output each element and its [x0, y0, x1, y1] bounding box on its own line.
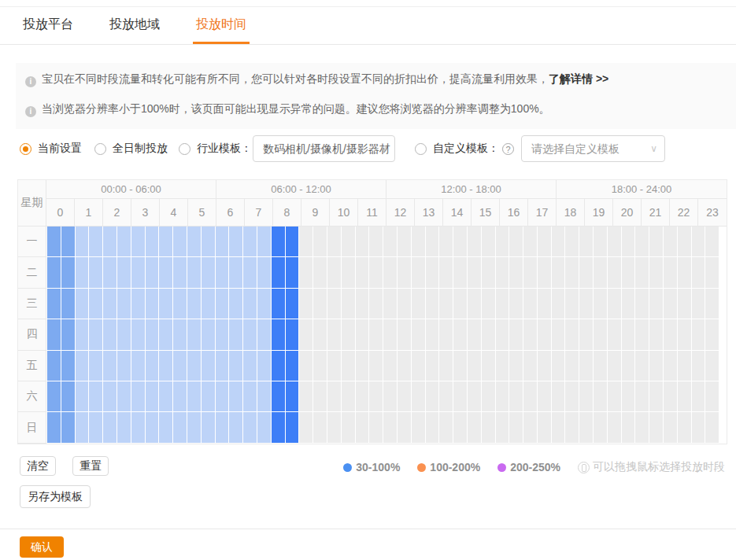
time-cell[interactable] [565, 412, 579, 442]
time-cell[interactable] [608, 227, 621, 256]
time-cell[interactable] [173, 227, 187, 256]
time-cell[interactable] [327, 351, 341, 381]
custom-template-select[interactable]: 请选择自定义模板 ∨ [521, 135, 665, 162]
time-cell[interactable] [202, 381, 215, 411]
time-cell[interactable] [678, 257, 691, 287]
time-cell[interactable] [103, 257, 117, 287]
time-cell[interactable] [552, 289, 565, 319]
time-cell[interactable] [664, 319, 677, 349]
time-cell[interactable] [383, 381, 397, 411]
time-cell[interactable] [313, 319, 327, 349]
time-cell[interactable] [299, 351, 313, 381]
time-cell[interactable] [509, 381, 523, 411]
time-cell[interactable] [356, 227, 369, 256]
time-cell[interactable] [664, 227, 677, 256]
time-cell[interactable] [594, 381, 607, 411]
time-cell[interactable] [523, 227, 537, 256]
time-cell[interactable] [173, 412, 187, 442]
time-cell[interactable] [412, 381, 425, 411]
time-cell[interactable] [439, 351, 453, 381]
time-cell[interactable] [146, 319, 159, 349]
time-cell[interactable] [426, 381, 439, 411]
time-cell[interactable] [468, 412, 481, 442]
time-cell[interactable] [705, 227, 719, 256]
time-cell[interactable] [426, 227, 439, 256]
time-cell[interactable] [664, 257, 677, 287]
time-cell[interactable] [608, 257, 621, 287]
time-cell[interactable] [61, 227, 75, 256]
time-cell[interactable] [383, 412, 397, 442]
time-cell[interactable] [594, 227, 607, 256]
time-cell[interactable] [453, 227, 467, 256]
time-cell[interactable] [453, 319, 467, 349]
time-cell[interactable] [509, 319, 523, 349]
time-cell[interactable] [229, 351, 242, 381]
time-cell[interactable] [678, 289, 691, 319]
time-cell[interactable] [579, 319, 593, 349]
time-cell[interactable] [117, 257, 131, 287]
time-cell[interactable] [76, 381, 89, 411]
time-cell[interactable] [412, 257, 425, 287]
time-cell[interactable] [523, 289, 537, 319]
tab-platform[interactable]: 投放平台 [20, 7, 76, 44]
radio-all-day[interactable]: 全日制投放 [94, 142, 168, 156]
time-cell[interactable] [398, 412, 411, 442]
time-cell[interactable] [47, 289, 61, 319]
time-cell[interactable] [356, 257, 369, 287]
time-cell[interactable] [173, 351, 187, 381]
time-cell[interactable] [538, 412, 551, 442]
time-cell[interactable] [453, 351, 467, 381]
time-cell[interactable] [594, 412, 607, 442]
time-cell[interactable] [635, 351, 649, 381]
time-cell[interactable] [649, 412, 663, 442]
time-cell[interactable] [565, 227, 579, 256]
time-cell[interactable] [173, 257, 187, 287]
time-cell[interactable] [509, 227, 523, 256]
time-cell[interactable] [342, 351, 355, 381]
time-cell[interactable] [146, 381, 159, 411]
time-cell[interactable] [664, 351, 677, 381]
time-cell[interactable] [272, 381, 285, 411]
time-cell[interactable] [426, 412, 439, 442]
time-cell[interactable] [635, 412, 649, 442]
time-cell[interactable] [678, 227, 691, 256]
tab-time[interactable]: 投放时间 [193, 7, 250, 44]
time-cell[interactable] [664, 412, 677, 442]
time-cell[interactable] [468, 319, 481, 349]
time-cell[interactable] [173, 289, 187, 319]
time-cell[interactable] [159, 381, 172, 411]
time-cell[interactable] [313, 351, 327, 381]
time-cell[interactable] [705, 351, 719, 381]
time-cell[interactable] [453, 289, 467, 319]
time-cell[interactable] [103, 227, 117, 256]
time-cell[interactable] [496, 351, 509, 381]
time-cell[interactable] [257, 257, 271, 287]
time-cell[interactable] [552, 412, 565, 442]
time-cell[interactable] [608, 289, 621, 319]
time-cell[interactable] [398, 351, 411, 381]
time-cell[interactable] [439, 289, 453, 319]
time-cell[interactable] [468, 351, 481, 381]
time-cell[interactable] [342, 319, 355, 349]
time-cell[interactable] [509, 412, 523, 442]
time-cell[interactable] [47, 412, 61, 442]
time-cell[interactable] [243, 381, 257, 411]
time-cell[interactable] [76, 227, 89, 256]
time-cell[interactable] [146, 351, 159, 381]
radio-industry-template[interactable]: 行业模板： [179, 142, 252, 156]
time-cell[interactable] [649, 319, 663, 349]
time-cell[interactable] [202, 289, 215, 319]
time-cell[interactable] [552, 351, 565, 381]
time-cell[interactable] [579, 227, 593, 256]
time-cell[interactable] [678, 319, 691, 349]
radio-icon[interactable] [94, 143, 106, 155]
time-cell[interactable] [299, 319, 313, 349]
time-cell[interactable] [243, 257, 257, 287]
time-cell[interactable] [187, 351, 201, 381]
time-cell[interactable] [103, 381, 117, 411]
time-cell[interactable] [243, 319, 257, 349]
time-cell[interactable] [622, 319, 635, 349]
time-cell[interactable] [523, 257, 537, 287]
time-cell[interactable] [439, 412, 453, 442]
time-cell[interactable] [426, 319, 439, 349]
